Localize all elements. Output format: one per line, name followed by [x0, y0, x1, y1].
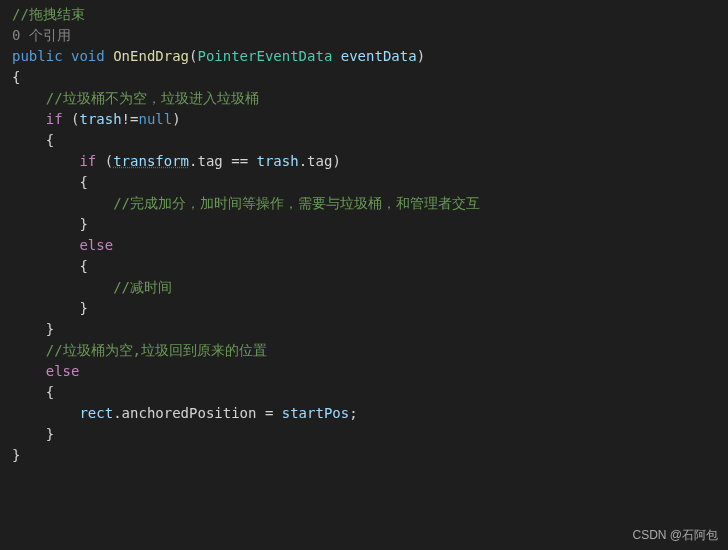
indent-guide — [12, 174, 79, 190]
brace-close: } — [12, 447, 20, 463]
indent-guide — [12, 153, 79, 169]
code-line[interactable]: } — [12, 298, 728, 319]
indent-guide — [12, 426, 46, 442]
indent-guide — [12, 384, 46, 400]
parameter: eventData — [341, 48, 417, 64]
code-line[interactable]: if (trash!=null) — [12, 109, 728, 130]
variable: rect — [79, 405, 113, 421]
code-editor[interactable]: //拖拽结束 0 个引用 public void OnEndDrag(Point… — [12, 4, 728, 466]
keyword-else: else — [79, 237, 113, 253]
keyword-public: public — [12, 48, 63, 64]
brace-open: { — [79, 258, 87, 274]
code-line[interactable]: 0 个引用 — [12, 25, 728, 46]
brace-open: { — [12, 69, 20, 85]
variable: trash — [257, 153, 299, 169]
code-line[interactable]: if (transform.tag == trash.tag) — [12, 151, 728, 172]
indent-guide — [12, 279, 113, 295]
brace-close: } — [46, 321, 54, 337]
references-codelens[interactable]: 0 个引用 — [12, 27, 71, 43]
comment: //完成加分，加时间等操作，需要与垃圾桶，和管理者交互 — [113, 195, 480, 211]
indent-guide — [12, 237, 79, 253]
variable: startPos — [282, 405, 349, 421]
code-line[interactable]: //垃圾桶不为空，垃圾进入垃圾桶 — [12, 88, 728, 109]
brace-open: { — [46, 384, 54, 400]
dot: . — [113, 405, 121, 421]
indent-guide — [12, 258, 79, 274]
code-line[interactable]: } — [12, 319, 728, 340]
code-line[interactable]: { — [12, 67, 728, 88]
method-name: OnEndDrag — [113, 48, 189, 64]
operator: != — [122, 111, 139, 127]
comment: //减时间 — [113, 279, 172, 295]
brace-close: } — [46, 426, 54, 442]
keyword-if: if — [46, 111, 63, 127]
indent-guide — [12, 195, 113, 211]
code-line[interactable]: { — [12, 130, 728, 151]
code-line[interactable]: else — [12, 361, 728, 382]
property: tag — [307, 153, 332, 169]
code-line[interactable]: //完成加分，加时间等操作，需要与垃圾桶，和管理者交互 — [12, 193, 728, 214]
variable: trash — [79, 111, 121, 127]
code-line[interactable]: { — [12, 382, 728, 403]
indent-guide — [12, 405, 79, 421]
variable: transform — [113, 153, 189, 169]
code-line[interactable]: } — [12, 424, 728, 445]
semicolon: ; — [349, 405, 357, 421]
paren-close: ) — [332, 153, 340, 169]
indent-guide — [12, 300, 79, 316]
code-line[interactable]: { — [12, 172, 728, 193]
type-name: PointerEventData — [197, 48, 332, 64]
paren-close: ) — [172, 111, 180, 127]
keyword-void: void — [71, 48, 105, 64]
paren-open: ( — [105, 153, 113, 169]
brace-open: { — [46, 132, 54, 148]
comment: //垃圾桶为空,垃圾回到原来的位置 — [46, 342, 267, 358]
brace-close: } — [79, 216, 87, 232]
indent-guide — [12, 321, 46, 337]
keyword-else: else — [46, 363, 80, 379]
code-line[interactable]: else — [12, 235, 728, 256]
code-line[interactable]: public void OnEndDrag(PointerEventData e… — [12, 46, 728, 67]
paren-close: ) — [417, 48, 425, 64]
code-line[interactable]: rect.anchoredPosition = startPos; — [12, 403, 728, 424]
indent-guide — [12, 342, 46, 358]
operator: == — [231, 153, 248, 169]
property: anchoredPosition — [122, 405, 257, 421]
indent-guide — [12, 216, 79, 232]
comment: //垃圾桶不为空，垃圾进入垃圾桶 — [46, 90, 259, 106]
code-line[interactable]: } — [12, 445, 728, 466]
operator: = — [265, 405, 273, 421]
keyword-null: null — [138, 111, 172, 127]
comment: //拖拽结束 — [12, 6, 85, 22]
code-line[interactable]: } — [12, 214, 728, 235]
indent-guide — [12, 363, 46, 379]
code-line[interactable]: //减时间 — [12, 277, 728, 298]
property: tag — [197, 153, 222, 169]
code-line[interactable]: { — [12, 256, 728, 277]
brace-open: { — [79, 174, 87, 190]
watermark: CSDN @石阿包 — [632, 526, 718, 544]
code-line[interactable]: //垃圾桶为空,垃圾回到原来的位置 — [12, 340, 728, 361]
indent-guide — [12, 90, 46, 106]
indent-guide — [12, 132, 46, 148]
brace-close: } — [79, 300, 87, 316]
indent-guide — [12, 111, 46, 127]
keyword-if: if — [79, 153, 96, 169]
code-line[interactable]: //拖拽结束 — [12, 4, 728, 25]
dot: . — [299, 153, 307, 169]
